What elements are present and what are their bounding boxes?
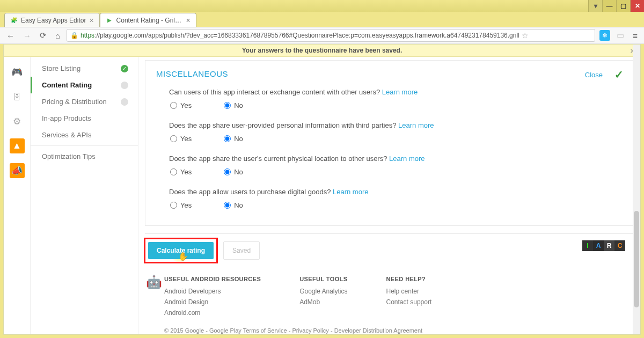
home-button[interactable]: ⌂ [53,31,62,40]
question-text: Does the app share the user's current ph… [169,155,387,163]
tab-strip: 🧩 Easy Easy Apps Editor × ▶ Content Rati… [0,12,644,27]
footer-link[interactable]: Android Developers [164,288,261,295]
bookmark-star-icon[interactable]: ☆ [522,31,529,40]
tab-content-rating[interactable]: ▶ Content Rating - Grillz Res × [100,13,196,27]
question-text: Does the app allow users to purchase dig… [169,188,331,196]
url-protocol: https [80,32,94,39]
learn-more-link[interactable]: Learn more [389,155,425,163]
favicon-icon: 🧩 [10,17,18,24]
reload-button[interactable]: ⟳ [38,31,49,40]
alert-icon[interactable]: ▲ [10,138,25,153]
radio-no[interactable]: No [224,201,243,209]
sidebar-item-label: In-app Products [42,114,91,122]
iarc-logo: I A R C [582,240,625,251]
radio-label: Yes [180,135,192,143]
radio-label: Yes [180,168,192,176]
sidebar-item-pricing[interactable]: Pricing & Distribution [31,93,138,110]
status-dot-icon [121,82,128,89]
radio-no[interactable]: No [224,135,243,143]
footer-col-tools: USEFUL TOOLS Google Analytics AdMob [299,276,347,320]
check-icon: ✓ [121,65,128,72]
iarc-letter: C [614,240,625,251]
notification-text: Your answers to the questionnaire have b… [242,47,402,54]
saved-button[interactable]: Saved [223,241,260,260]
tab-close-icon[interactable]: × [89,16,93,25]
database-icon[interactable]: 🗄 [10,89,25,104]
footer-link[interactable]: Help center [386,288,432,295]
radio-no[interactable]: No [224,101,243,109]
iarc-letter: A [593,240,604,251]
sidebar-item-label: Pricing & Distribution [42,98,107,106]
status-dot-icon [121,98,128,106]
browser-toolbar: ← → ⟳ ⌂ 🔒 https://play.google.com/apps/p… [0,27,644,44]
sidebar-item-inapp[interactable]: In-app Products [31,110,138,127]
back-button[interactable]: ← [4,31,17,40]
radio-yes[interactable]: Yes [170,168,192,176]
extension-icon[interactable]: ❄ [599,30,610,41]
forward-button[interactable]: → [21,31,33,40]
footer-link[interactable]: Android.com [164,309,261,317]
footer-link[interactable]: Android Design [164,298,261,306]
sidebar-item-label: Content Rating [42,81,92,89]
miscellaneous-section: MISCELLANEOUS Close ✓ Can users of this … [145,60,634,226]
scrollbar-track[interactable] [633,45,640,334]
radio-label: No [234,168,243,176]
radio-yes[interactable]: Yes [170,101,192,109]
sidebar-item-label: Optimization Tips [42,152,96,160]
tab-title: Easy Easy Apps Editor [21,17,86,24]
tab-easy-easy-apps[interactable]: 🧩 Easy Easy Apps Editor × [4,13,100,27]
window-close-button[interactable]: ✕ [630,0,644,12]
content-area: MISCELLANEOUS Close ✓ Can users of this … [138,57,640,334]
window-titlebar: ▾ — ▢ ✕ [0,0,644,12]
menu-icon[interactable]: ≡ [631,31,640,40]
gamepad-icon[interactable]: 🎮 [10,64,25,79]
footer-col-help: NEED HELP? Help center Contact support [386,276,432,320]
radio-no[interactable]: No [224,168,243,176]
question-share-personal: Does the app share user-provided persona… [169,121,623,143]
section-close-link[interactable]: Close [585,71,603,79]
learn-more-link[interactable]: Learn more [382,88,418,96]
radio-label: Yes [180,101,192,109]
favicon-icon: ▶ [106,17,113,24]
side-nav: Store Listing ✓ Content Rating Pricing &… [31,57,138,334]
window-user-button[interactable]: ▾ [588,0,602,12]
check-icon: ✓ [614,68,624,81]
learn-more-link[interactable]: Learn more [333,188,368,196]
footer-link[interactable]: Contact support [386,298,432,306]
question-text: Does the app share user-provided persona… [169,121,396,129]
radio-label: No [234,201,243,209]
url-rest: ://play.google.com/apps/publish/?dev_acc… [94,32,519,39]
radio-label: No [234,135,243,143]
footer: 🤖 USEFUL ANDROID RESOURCES Android Devel… [138,267,640,334]
extension-slot-icon[interactable]: ▭ [614,31,626,40]
tab-close-icon[interactable]: × [186,16,190,25]
radio-yes[interactable]: Yes [170,201,192,209]
icon-rail: 🎮 🗄 ⚙ ▲ 📣 [4,57,31,334]
address-bar[interactable]: 🔒 https://play.google.com/apps/publish/?… [67,29,595,42]
question-interact: Can users of this app interact or exchan… [169,88,623,109]
page-content: Your answers to the questionnaire have b… [3,44,641,335]
tab-title: Content Rating - Grillz Res [116,17,183,24]
footer-link[interactable]: Google Analytics [299,288,347,295]
radio-yes[interactable]: Yes [170,135,192,143]
footer-col-resources: USEFUL ANDROID RESOURCES Android Develop… [164,276,261,320]
window-minimize-button[interactable]: — [602,0,616,12]
learn-more-link[interactable]: Learn more [398,121,434,129]
footer-heading: USEFUL ANDROID RESOURCES [164,276,261,282]
question-digital-goods: Does the app allow users to purchase dig… [169,188,623,209]
announce-icon[interactable]: 📣 [10,163,25,178]
calculate-rating-button[interactable]: Calculate rating [148,242,214,259]
sidebar-item-store-listing[interactable]: Store Listing ✓ [31,60,138,77]
sidebar-item-content-rating[interactable]: Content Rating [31,77,138,93]
section-title: MISCELLANEOUS [156,69,623,78]
footer-link[interactable]: AdMob [299,298,347,306]
window-maximize-button[interactable]: ▢ [616,0,630,12]
iarc-letter: I [582,240,593,251]
sidebar-item-optimization[interactable]: Optimization Tips [31,148,138,165]
footer-heading: NEED HELP? [386,276,432,282]
action-bar: Calculate rating ✋ Saved I A R C [145,233,634,267]
scrollbar-thumb[interactable] [634,211,639,307]
footer-heading: USEFUL TOOLS [299,276,347,282]
gear-icon[interactable]: ⚙ [10,114,25,129]
sidebar-item-services[interactable]: Services & APIs [31,127,138,143]
